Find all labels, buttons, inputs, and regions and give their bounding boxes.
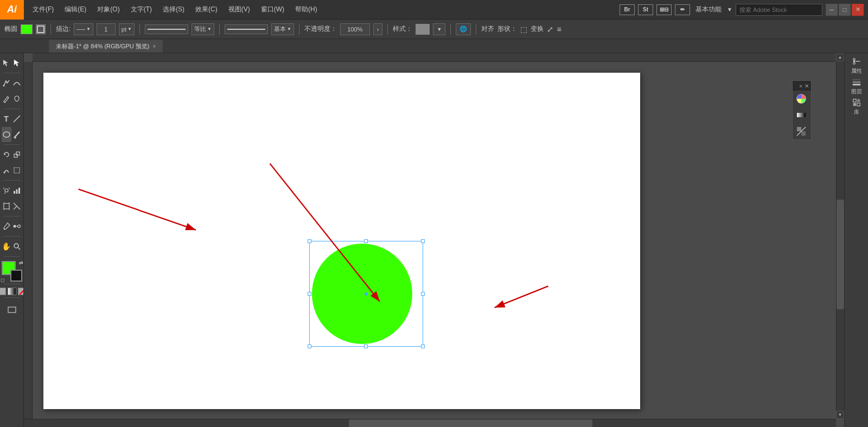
none-mode-btn[interactable] [18, 288, 24, 295]
workspace-label[interactable]: 基本功能 [693, 5, 724, 14]
pen-badge[interactable]: ✏ [675, 4, 690, 15]
scroll-up-btn[interactable]: ▲ [836, 53, 844, 61]
pencil-tool[interactable] [2, 91, 11, 106]
menu-file[interactable]: 文件(F) [28, 4, 58, 15]
normal-mode-btn[interactable] [0, 288, 6, 295]
stroke-unit-dropdown[interactable]: pt▼ [119, 23, 135, 35]
shape-label: 椭圆 [4, 24, 17, 34]
svg-rect-40 [852, 79, 860, 81]
free-transform-tool[interactable] [12, 163, 22, 178]
ellipse-tool[interactable] [2, 127, 11, 142]
stock-search-input[interactable] [736, 4, 822, 16]
horizontal-scrollbar[interactable] [24, 419, 836, 427]
menu-select[interactable]: 选择(S) [158, 4, 189, 15]
slice-tool[interactable] [12, 199, 22, 214]
eyedropper-tool[interactable] [2, 219, 11, 234]
blob-brush-tool[interactable] [12, 91, 22, 106]
bridge-badge[interactable]: Br [620, 4, 635, 15]
selection-handle-br[interactable] [421, 345, 425, 348]
stroke-swatch[interactable] [36, 24, 46, 34]
selection-handle-bc[interactable] [364, 345, 368, 348]
left-toolbar: T [0, 53, 24, 427]
menu-effect[interactable]: 效果(C) [191, 4, 222, 15]
svg-rect-5 [14, 154, 17, 157]
doc-tab-active[interactable]: 未标题-1* @ 84% (RGB/GPU 预览) × [49, 40, 163, 53]
opacity-input[interactable] [340, 23, 370, 35]
shape-icon[interactable]: ⬚ [520, 25, 527, 34]
properties-panel-btn[interactable]: 属性 [846, 55, 867, 76]
svg-rect-33 [797, 113, 806, 117]
menu-type[interactable]: 文字(T) [126, 4, 156, 15]
svg-rect-14 [16, 189, 17, 194]
float-transparency-tool[interactable] [793, 123, 810, 139]
menu-window[interactable]: 窗口(W) [257, 4, 289, 15]
selection-tool[interactable] [2, 55, 11, 71]
float-palette-header: » ✕ [793, 81, 811, 91]
stroke-type-dropdown[interactable]: ──▼ [74, 23, 93, 35]
selection-tool-group [2, 55, 22, 71]
line-tool[interactable] [12, 111, 22, 126]
globe-icon-btn[interactable]: 🌐 [456, 23, 471, 35]
default-colors-icon[interactable]: ◻ [1, 277, 4, 283]
more-icon[interactable]: ≡ [557, 25, 561, 34]
float-color-tool[interactable] [793, 91, 810, 107]
hand-tool[interactable]: ✋ [2, 239, 11, 254]
title-bar: Ai 文件(F) 编辑(E) 对象(O) 文字(T) 选择(S) 效果(C) 视… [0, 0, 868, 20]
ellipse-shape[interactable] [312, 244, 412, 344]
menu-edit[interactable]: 编辑(E) [60, 4, 91, 15]
float-palette-expand[interactable]: » [799, 83, 802, 89]
float-palette-close[interactable]: ✕ [805, 83, 809, 89]
scale-tool[interactable] [12, 147, 22, 162]
menu-help[interactable]: 帮助(H) [291, 4, 322, 15]
vertical-scrollbar[interactable]: ▲ ▼ [836, 53, 844, 419]
column-graph-tool[interactable] [12, 183, 22, 198]
libraries-panel-btn[interactable]: 库 [846, 97, 867, 117]
selection-handle-ml[interactable] [308, 292, 311, 296]
fill-swatch[interactable] [21, 24, 33, 34]
svg-rect-13 [14, 191, 15, 194]
stock-badge[interactable]: St [638, 4, 653, 15]
style-dropdown[interactable]: 基本▼ [271, 23, 294, 35]
transform-icon[interactable]: ⤢ [547, 25, 553, 34]
maximize-button[interactable]: □ [839, 4, 851, 16]
change-screen-mode-btn[interactable] [2, 302, 22, 317]
menu-object[interactable]: 对象(O) [93, 4, 124, 15]
artboard-tool[interactable] [2, 199, 11, 214]
layers-panel-btn[interactable]: 图层 [846, 76, 867, 97]
scale-dropdown[interactable]: 等比▼ [192, 23, 214, 35]
warp-tool[interactable] [2, 163, 11, 178]
symbol-sprayer-tool[interactable] [2, 183, 11, 198]
canvas-area[interactable]: ▲ ▼ » ✕ [24, 53, 844, 427]
selection-handle-mr[interactable] [421, 292, 425, 296]
ellipse-container[interactable] [309, 241, 423, 347]
background-swatch[interactable] [10, 270, 22, 282]
paintbrush-tool[interactable] [12, 127, 22, 142]
menu-view[interactable]: 视图(V) [224, 4, 254, 15]
doc-tab-close[interactable]: × [153, 43, 156, 49]
scroll-down-btn[interactable]: ▼ [836, 411, 844, 419]
direct-selection-tool[interactable] [12, 55, 22, 71]
minimize-button[interactable]: ─ [826, 4, 838, 16]
style-preview[interactable] [416, 24, 430, 35]
selection-handle-bl[interactable] [308, 345, 311, 348]
gradient-mode-btn[interactable] [8, 288, 16, 295]
opacity-arrow[interactable]: › [373, 23, 383, 35]
selection-handle-tc[interactable] [364, 239, 368, 243]
blend-tool[interactable] [12, 219, 22, 234]
pen-tool[interactable] [2, 75, 11, 91]
artboard[interactable] [43, 73, 640, 409]
rotate-tool[interactable] [2, 147, 11, 162]
curvature-tool[interactable] [12, 75, 22, 91]
svg-point-3 [3, 132, 10, 137]
float-gradient-tool[interactable] [793, 107, 810, 123]
close-button[interactable]: ✕ [852, 4, 864, 16]
view-badge[interactable]: ⊞⊟ [656, 4, 672, 15]
style2-arrow[interactable]: ▼ [433, 23, 445, 35]
stroke-width-input[interactable] [97, 23, 116, 35]
selection-handle-tl[interactable] [308, 239, 311, 243]
selection-handle-tr[interactable] [421, 239, 425, 243]
type-tool[interactable]: T [2, 111, 11, 126]
zoom-tool[interactable] [12, 239, 22, 254]
svg-rect-8 [14, 168, 20, 173]
swap-colors-icon[interactable]: ⇄ [19, 260, 23, 265]
